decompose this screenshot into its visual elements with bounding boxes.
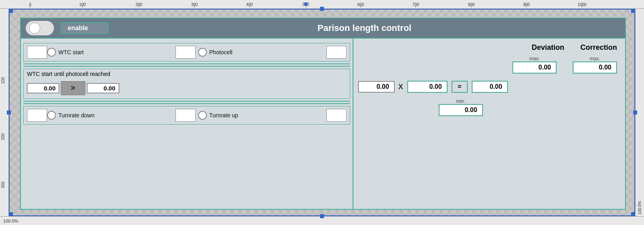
deviation-max-group: max. 0.00 [512,56,557,74]
corner-handle-tr[interactable] [631,9,635,13]
wtc-start-box [27,46,47,59]
panel-body: WTC start Photocell WTC start until phot… [20,39,626,210]
correction-max-group: max. 0.00 [573,56,617,74]
separator-4 [23,103,350,104]
toggle-circle [29,22,40,34]
column-headers: Deviation Correction [358,43,620,52]
turnrate-down-label: Turnrate down [58,112,175,119]
ruler-left-mark-300: 300 [1,182,5,188]
photocell-box-right [326,46,347,59]
formula-row: 0.00 X 0.00 = 0.00 [358,81,620,93]
corner-handle-bl[interactable] [9,212,13,216]
mid-handle-bottom[interactable] [320,214,324,218]
header-bar: enable Parison length control [20,18,626,39]
turnrate-up-box-left [175,109,196,122]
separator-1 [23,63,350,64]
separator-3 [23,101,350,102]
ruler-left-mark-100: 100 [1,77,5,84]
wtc-value-row: 0.00 > 0.00 [27,80,347,97]
mid-handle-left[interactable] [7,110,11,115]
arrow-button[interactable]: > [61,81,85,95]
ruler-right-label: 100.0% [638,201,642,215]
deviation-min-group: min. 0.00 [439,98,483,116]
header-title: Parison length control [109,23,620,33]
corner-handle-tl[interactable] [9,9,13,13]
wtc-value-left[interactable]: 0.00 [27,83,59,93]
corner-handle-br[interactable] [631,212,635,216]
formula-right-value[interactable]: 0.00 [472,81,508,93]
photocell-label: Photocell [209,49,326,55]
enable-label: enable [60,22,109,34]
turnrate-down-box [27,109,47,122]
correction-max-input[interactable]: 0.00 [573,61,617,74]
deviation-min-input[interactable]: 0.00 [439,104,483,116]
wtc-start-radio[interactable] [47,48,56,57]
wtc-photocell-label: WTC start until photocell reached [27,71,110,77]
formula-left-value[interactable]: 0.00 [358,81,394,92]
right-section: Deviation Correction max. 0.00 max. 0.00 [353,39,625,209]
turnrate-up-label: Turnrate up [209,112,326,119]
turnrate-down-radio[interactable] [47,111,56,120]
zoom-label: 100.0% [3,219,18,223]
deviation-header: Deviation [532,43,564,52]
photocell-box-left [175,46,196,59]
wtc-value-right[interactable]: 0.00 [87,83,119,93]
x-sign: X [398,83,403,91]
turnrate-row: Turnrate down Turnrate up [23,106,350,125]
mid-handle-right[interactable] [633,110,637,115]
separator-2 [23,66,350,67]
min-label-deviation: min. [456,98,465,104]
enable-toggle[interactable] [26,21,54,35]
wtc-photocell-reached-row: WTC start until photocell reached 0.00 >… [23,69,350,99]
panel-container: enable Parison length control WTC start … [20,18,626,210]
wtc-photocell-row: WTC start Photocell [23,43,350,61]
wtc-start-label: WTC start [58,49,175,55]
left-section: WTC start Photocell WTC start until phot… [21,39,353,209]
photocell-radio[interactable] [198,48,207,57]
deviation-max-input[interactable]: 0.00 [512,61,557,74]
equals-container: = [452,81,468,93]
formula-center-value[interactable]: 0.00 [407,81,448,93]
max-row: max. 0.00 max. 0.00 [358,56,620,74]
mid-handle-top[interactable] [320,7,324,11]
turnrate-up-box-right [326,109,347,122]
min-row: min. 0.00 [358,98,620,116]
correction-header: Correction [580,43,617,52]
ruler-left-mark-200: 200 [1,133,5,140]
max-label-correction: max. [590,56,600,61]
max-label-deviation: max. [529,56,540,61]
turnrate-up-radio[interactable] [198,111,207,120]
